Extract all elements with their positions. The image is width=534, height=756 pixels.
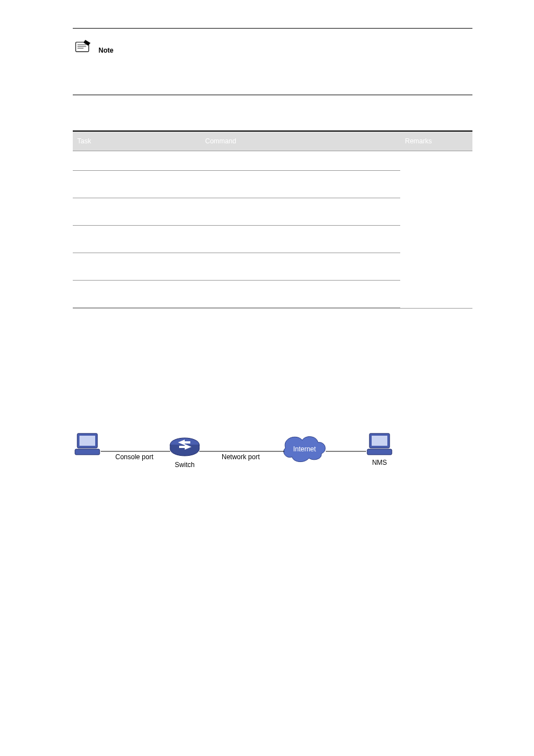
example-title: SNMP Configuration Example	[73, 321, 472, 329]
cell-task: Display the engine ID of the current dev…	[73, 171, 200, 198]
nms-label: NMS	[372, 459, 387, 466]
net-req-list: An NMS and a switch are connected throug…	[90, 348, 472, 390]
cell-remarks: Available in any view	[400, 151, 472, 309]
cell-cmd: display snmp-agent statistics	[200, 151, 400, 171]
table-caption: Table 1-8 Display SNMP	[73, 120, 472, 127]
cell-task: Display the currently configured communi…	[73, 253, 200, 281]
table-row: Display the statistics on SNMP packets d…	[73, 151, 472, 171]
conf-line: # Enable SNMP agent, and set SNMPv1 and …	[73, 532, 472, 542]
cell-cmd: display snmp-agent usm-user [ engineid e…	[200, 226, 400, 253]
net-req-item: An NMS and a switch are connected throug…	[90, 348, 472, 368]
svg-rect-6	[75, 449, 100, 455]
svg-rect-9	[372, 436, 387, 446]
switch-label: Switch	[175, 461, 194, 469]
col-header-task: Task	[73, 131, 200, 151]
nms-pc-icon	[367, 433, 392, 455]
note-label: Note	[99, 46, 114, 54]
svg-rect-5	[79, 436, 95, 446]
pc-icon	[75, 433, 100, 455]
cell-cmd: display snmp-agent group [ group-name ]	[200, 198, 400, 226]
table-header-row: Task Command Remarks	[73, 131, 472, 151]
switch-icon	[170, 438, 199, 456]
internet-cloud-icon: Internet	[284, 437, 325, 462]
note-item: The undo snmp-agent usm-user command, wh…	[90, 69, 472, 89]
conf-line: [Sysname] snmp-agent sys-info version v1…	[73, 559, 472, 569]
page-number: 1-9	[73, 640, 472, 646]
cell-cmd: display snmp-agent { local-engineid | re…	[200, 171, 400, 198]
note-bullet-list: As the level of the default user is 3, i…	[90, 58, 472, 89]
conf-line: [Sysname] snmp-agent community read publ…	[73, 586, 472, 596]
conf-line: [Sysname] snmp-agent community write pri…	[73, 599, 472, 609]
figure-caption: Figure 1-2 Network diagram for SNMP	[73, 417, 472, 423]
conf-line: # Enter system view.	[73, 505, 472, 515]
network-port-label: Network port	[222, 453, 260, 461]
col-header-remarks: Remarks	[400, 131, 472, 151]
displaying-title: Displaying SNMP	[73, 108, 472, 116]
net-req-title: Network requirements	[73, 337, 472, 345]
conf-line: # Set the administrator ID, contact and …	[73, 613, 472, 623]
net-req-item: Perform the following configuration on t…	[90, 370, 472, 390]
console-port-label: Console port	[115, 453, 154, 461]
note-end-rule	[73, 95, 472, 95]
svg-rect-10	[367, 449, 392, 455]
conf-line: <Sysname> system-view	[73, 519, 472, 529]
snmp-display-table: Task Command Remarks Display the statist…	[73, 130, 472, 309]
conf-proc-title: Configuration procedure	[73, 494, 472, 502]
network-diagram: Internet Console port Network port Switc…	[73, 429, 472, 484]
note-header: Note	[73, 39, 472, 54]
conf-line: # Set the community names and access aut…	[73, 572, 472, 582]
cell-cmd: display snmp-agent community [ read | wr…	[200, 253, 400, 281]
cell-task: Display the statistics on SNMP packets	[73, 151, 200, 171]
cell-cmd: display snmp-agent mib-view [ exclude | …	[200, 281, 400, 309]
internet-label: Internet	[293, 445, 316, 453]
note-item: As the level of the default user is 3, i…	[90, 58, 472, 68]
col-header-command: Command	[200, 131, 400, 151]
top-rule	[73, 28, 472, 29]
conf-line: [Sysname] snmp-agent	[73, 545, 472, 556]
cell-task: Display SNMP user information	[73, 226, 200, 253]
net-diag-title: Network diagram	[73, 398, 472, 405]
cell-task: Display group information about the devi…	[73, 198, 200, 226]
note-hand-icon	[73, 39, 95, 54]
cell-task: Display the currently configured MIB vie…	[73, 281, 200, 309]
